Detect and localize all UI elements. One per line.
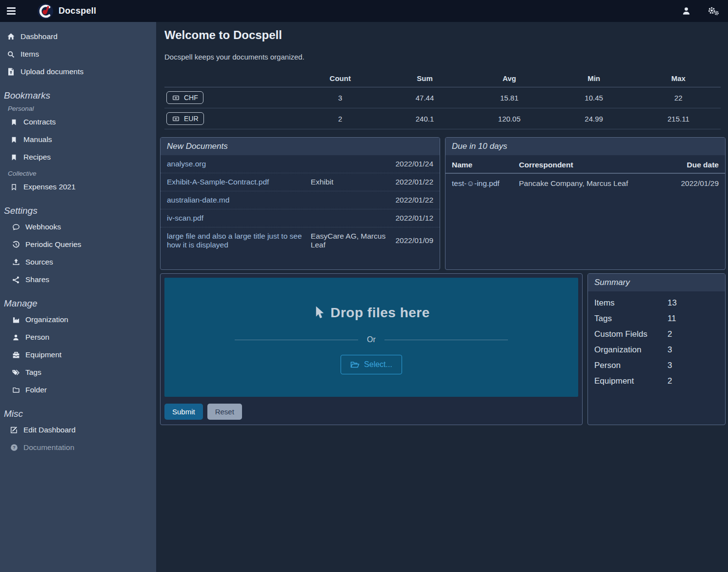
- sidebar-item-sources[interactable]: Sources: [0, 253, 156, 271]
- stat-count: 3: [298, 87, 383, 108]
- sidebar-item-organization[interactable]: Organization: [0, 311, 156, 328]
- list-item: australian-date.md 2022/01/22: [161, 191, 440, 209]
- briefcase-icon: [12, 351, 20, 359]
- sidebar-item-label: Expenses 2021: [23, 183, 76, 191]
- currency-code: CHF: [184, 94, 198, 102]
- due-header-name: Name: [445, 156, 513, 173]
- sidebar-section-bookmarks: Bookmarks: [4, 90, 156, 101]
- document-link[interactable]: analyse.org: [167, 160, 311, 168]
- document-date: 2022/01/09: [395, 236, 433, 245]
- summary-panel: Summary Items 13 Tags 11 Custom Fields 2: [587, 273, 726, 425]
- due-panel: Due in 10 days Name Correspondent Due da…: [445, 137, 726, 270]
- document-link[interactable]: large file and also a large title just t…: [167, 232, 311, 249]
- share-icon: [12, 276, 20, 284]
- document-date: 2022/01/22: [395, 196, 433, 204]
- folder-icon: [12, 387, 20, 393]
- document-link[interactable]: iv-scan.pdf: [167, 214, 311, 223]
- sidebar-item-label: Webhooks: [25, 223, 61, 231]
- document-link[interactable]: australian-date.md: [167, 196, 311, 204]
- sidebar-item-label: Shares: [25, 275, 49, 284]
- cogs-icon[interactable]: [706, 4, 721, 18]
- sidebar-item-person[interactable]: Person: [0, 328, 156, 346]
- sidebar-item-expenses-2021[interactable]: Expenses 2021: [0, 178, 156, 196]
- home-icon: [7, 33, 15, 41]
- currency-badge-chf: CHF: [166, 91, 203, 104]
- sidebar-item-label: Equipment: [25, 350, 61, 359]
- document-link[interactable]: Exhibit-A-Sample-Contract.pdf: [167, 178, 311, 186]
- new-documents-panel: New Documents analyse.org 2022/01/24 Exh…: [160, 137, 440, 270]
- sidebar-item-webhooks[interactable]: Webhooks: [0, 218, 156, 236]
- user-icon[interactable]: [680, 4, 693, 18]
- summary-value: 11: [667, 314, 676, 324]
- sidebar-item-label: Folder: [25, 386, 47, 394]
- sidebar-item-label: Tags: [25, 368, 41, 377]
- list-item: Items 13: [594, 295, 719, 311]
- table-row: test-☺-ing.pdf Pancake Company, Marcus L…: [445, 173, 725, 193]
- stat-min: 24.99: [551, 108, 636, 129]
- hamburger-menu-button[interactable]: [7, 4, 21, 19]
- reset-button[interactable]: Reset: [207, 404, 242, 420]
- sidebar-item-tags[interactable]: Tags: [0, 364, 156, 381]
- sidebar-item-items[interactable]: Items: [0, 45, 156, 63]
- sidebar-item-label: Items: [20, 50, 39, 59]
- sidebar-item-dashboard[interactable]: Dasbhoard: [0, 28, 156, 45]
- top-navbar: Docspell: [0, 0, 728, 22]
- upload-icon: [12, 258, 20, 266]
- stats-header-sum: Sum: [383, 71, 467, 87]
- docspell-logo-icon: [37, 3, 54, 20]
- currency-badge-eur: EUR: [166, 112, 204, 125]
- due-header-correspondent: Correspondent: [513, 156, 658, 173]
- file-upload-icon: [7, 68, 15, 76]
- summary-label: Equipment: [594, 376, 667, 386]
- panel-title: Summary: [588, 274, 725, 291]
- stat-min: 10.45: [551, 87, 636, 108]
- bookmark-filled-icon: [10, 136, 18, 143]
- table-row: CHF 3 47.44 15.81 10.45 22: [164, 87, 721, 108]
- sidebar-item-folder[interactable]: Folder: [0, 381, 156, 399]
- stats-header-count: Count: [298, 71, 383, 87]
- stat-sum: 47.44: [383, 87, 467, 108]
- industry-icon: [12, 316, 20, 324]
- document-correspondent: Exhibit: [311, 178, 396, 186]
- sidebar-item-label: Contracts: [23, 118, 56, 126]
- stat-sum: 240.1: [383, 108, 467, 129]
- svg-text:?: ?: [13, 445, 16, 450]
- currency-stats-table: Count Sum Avg Min Max: [164, 71, 721, 129]
- edit-icon: [10, 426, 18, 434]
- stats-header-min: Min: [551, 71, 636, 87]
- sidebar-item-label: Periodic Queries: [25, 240, 81, 249]
- sidebar-section-misc: Misc: [4, 409, 156, 419]
- list-item: analyse.org 2022/01/24: [161, 155, 440, 173]
- sidebar-item-manuals[interactable]: Manuals: [0, 131, 156, 148]
- stat-avg: 15.81: [467, 87, 551, 108]
- sidebar-item-label: Organization: [25, 315, 68, 324]
- search-icon: [7, 51, 15, 58]
- list-item: Person 3: [594, 358, 719, 373]
- select-files-button[interactable]: Select...: [341, 355, 402, 374]
- sidebar-item-label: Documentation: [23, 443, 74, 452]
- stat-max: 215.11: [636, 108, 721, 129]
- sidebar-item-equipment[interactable]: Equipment: [0, 346, 156, 364]
- stats-header-max: Max: [636, 71, 721, 87]
- sidebar-section-manage: Manage: [4, 298, 156, 309]
- drop-files-label: Drop files here: [313, 305, 430, 321]
- sidebar: Dasbhoard Items Upload documents Bookmar…: [0, 22, 156, 572]
- upload-panel: Drop files here Or Select...: [160, 273, 583, 425]
- app-brand[interactable]: Docspell: [37, 3, 96, 20]
- sidebar-item-recipes[interactable]: Recipes: [0, 148, 156, 166]
- comment-icon: [12, 224, 20, 231]
- money-bill-icon: [172, 116, 180, 122]
- sidebar-item-label: Upload documents: [20, 67, 83, 76]
- submit-button[interactable]: Submit: [164, 404, 203, 420]
- sidebar-item-shares[interactable]: Shares: [0, 271, 156, 288]
- sidebar-item-contracts[interactable]: Contracts: [0, 113, 156, 131]
- sidebar-item-periodic-queries[interactable]: Periodic Queries: [0, 236, 156, 253]
- sidebar-item-documentation[interactable]: ? Documentation: [0, 439, 156, 456]
- app-name: Docspell: [59, 6, 96, 16]
- document-link[interactable]: test-☺-ing.pdf: [452, 179, 500, 187]
- file-dropzone[interactable]: Drop files here Or Select...: [164, 278, 578, 397]
- or-label: Or: [367, 335, 376, 344]
- sidebar-item-upload-documents[interactable]: Upload documents: [0, 63, 156, 81]
- currency-code: EUR: [184, 115, 199, 123]
- sidebar-item-edit-dashboard[interactable]: Edit Dashboard: [0, 421, 156, 439]
